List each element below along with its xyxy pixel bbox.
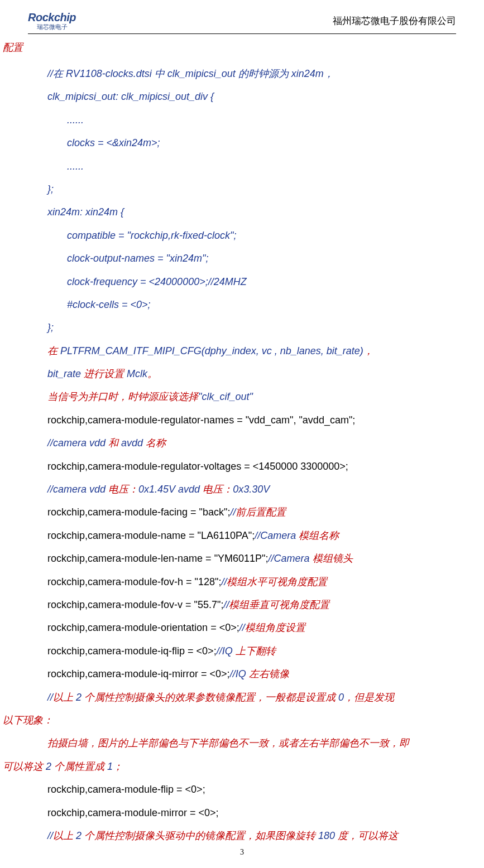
code-line: //camera vdd 电压：0x1.45V avdd 电压：0x3.30V — [47, 478, 456, 501]
code-line: }; — [47, 316, 456, 339]
code-line: //在 RV1108-clocks.dtsi 中 clk_mipicsi_out… — [47, 62, 456, 85]
code-line: //以上 2 个属性控制摄像头的效果参数镜像配置，一般都是设置成 0，但是发现 — [47, 686, 456, 709]
code-line: ...... — [67, 155, 456, 178]
code-line: 在 PLTFRM_CAM_ITF_MIPI_CFG(dphy_index, vc… — [47, 340, 456, 363]
code-line: //camera vdd 和 avdd 名称 — [47, 432, 456, 455]
code-line: rockchip,camera-module-mirror = <0>; — [47, 802, 456, 824]
code-line: rockchip,camera-module-iq-flip = <0>;//I… — [47, 640, 456, 663]
code-line: rockchip,camera-module-facing = "back";/… — [47, 501, 456, 524]
page-number: 3 — [0, 848, 484, 857]
code-line: }; — [47, 178, 456, 201]
code-line: 当信号为并口时，时钟源应该选择"clk_cif_out" — [47, 385, 456, 408]
company-name: 福州瑞芯微电子股份有限公司 — [333, 15, 456, 27]
code-line: clock-output-names = "xin24m"; — [67, 247, 456, 270]
page-header: Rockchip 瑞芯微电子 福州瑞芯微电子股份有限公司 — [28, 11, 456, 34]
code-line: compatible = "rockchip,rk-fixed-clock"; — [67, 224, 456, 247]
code-line: clocks = <&xin24m>; — [67, 132, 456, 155]
code-line: //以上 2 个属性控制摄像头驱动中的镜像配置，如果图像旋转 180 度，可以将… — [47, 824, 456, 847]
code-line: xin24m: xin24m { — [47, 201, 456, 224]
document-content: 配置 //在 RV1108-clocks.dtsi 中 clk_mipicsi_… — [28, 41, 456, 847]
code-line: rockchip,camera-module-name = "LA6110PA"… — [47, 524, 456, 547]
logo-main: Rockchip — [28, 11, 76, 24]
code-line: 以下现象： — [3, 709, 456, 732]
code-line: bit_rate 进行设置 Mclk。 — [47, 363, 456, 385]
code-line: #clock-cells = <0>; — [67, 293, 456, 316]
code-line: rockchip,camera-module-len-name = "YM601… — [47, 547, 456, 570]
code-line: rockchip,camera-module-regulator-names =… — [47, 409, 456, 432]
code-line: rockchip,camera-module-iq-mirror = <0>;/… — [47, 663, 456, 686]
code-line: 可以将这 2 个属性置成 1； — [3, 755, 456, 778]
code-line: ...... — [67, 109, 456, 132]
logo-sub: 瑞芯微电子 — [37, 23, 68, 31]
code-lines: //在 RV1108-clocks.dtsi 中 clk_mipicsi_out… — [28, 62, 456, 847]
code-line: 拍摄白墙，图片的上半部偏色与下半部偏色不一致，或者左右半部偏色不一致，即 — [47, 732, 456, 755]
code-line: rockchip,camera-module-orientation = <0>… — [47, 616, 456, 639]
code-line: clk_mipicsi_out: clk_mipicsi_out_div { — [47, 85, 456, 108]
code-line: rockchip,camera-module-fov-v = "55.7";//… — [47, 594, 456, 616]
code-line: clock-frequency = <24000000>;//24MHZ — [67, 271, 456, 293]
logo-block: Rockchip 瑞芯微电子 — [28, 11, 76, 31]
code-line: rockchip,camera-module-flip = <0>; — [47, 778, 456, 801]
section-title: 配置 — [3, 41, 456, 54]
code-line: rockchip,camera-module-regulator-voltage… — [47, 455, 456, 478]
code-line: rockchip,camera-module-fov-h = "128";//模… — [47, 571, 456, 594]
